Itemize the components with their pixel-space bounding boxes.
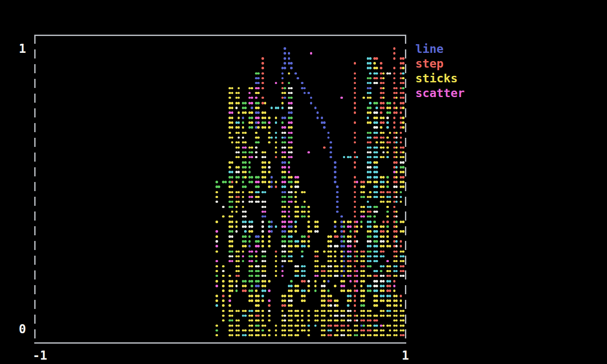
plot-dot xyxy=(284,206,286,208)
plot-dot xyxy=(317,255,319,258)
plot-dot xyxy=(281,107,284,109)
plot-dot xyxy=(290,62,293,65)
plot-dot xyxy=(228,126,231,129)
plot-dot xyxy=(231,285,234,287)
plot-dot xyxy=(323,289,326,292)
plot-dot xyxy=(334,225,336,228)
plot-dot xyxy=(307,315,310,317)
plot-dot xyxy=(389,315,392,317)
plot-dot xyxy=(393,52,396,55)
plot-dot xyxy=(231,176,234,179)
plot-dot xyxy=(215,235,218,238)
plot-dot xyxy=(349,255,352,258)
plot-dot xyxy=(255,260,258,263)
plot-dot xyxy=(354,196,356,198)
plot-dot xyxy=(261,206,264,208)
plot-dot xyxy=(301,235,304,238)
plot-dot xyxy=(255,97,258,99)
plot-dot xyxy=(395,166,398,169)
plot-dot xyxy=(343,265,346,268)
plot-dot xyxy=(261,121,264,124)
plot-dot xyxy=(268,329,271,332)
plot-dot xyxy=(284,136,286,139)
plot-dot xyxy=(336,315,339,317)
plot-dot xyxy=(281,270,284,273)
plot-dot xyxy=(235,225,238,228)
plot-dot xyxy=(367,201,369,203)
plot-dot xyxy=(244,289,247,292)
plot-dot xyxy=(268,289,271,292)
plot-dot xyxy=(284,92,286,94)
plot-dot xyxy=(297,181,299,183)
plot-dot xyxy=(349,295,352,297)
plot-dot xyxy=(389,289,392,292)
plot-dot xyxy=(395,107,398,109)
plot-dot xyxy=(380,77,382,80)
plot-dot xyxy=(395,161,398,164)
plot-dot xyxy=(304,87,306,90)
plot-dot xyxy=(330,299,332,302)
plot-dot xyxy=(386,215,389,218)
plot-dot xyxy=(380,72,382,75)
plot-dot xyxy=(268,121,271,124)
plot-dot xyxy=(327,136,330,139)
plot-dot xyxy=(402,146,405,149)
plot-dot xyxy=(231,319,234,322)
plot-dot xyxy=(389,102,392,104)
plot-dot xyxy=(228,260,231,263)
plot-dot xyxy=(301,82,304,84)
plot-dot xyxy=(349,250,352,253)
plot-dot xyxy=(354,161,356,164)
plot-dot xyxy=(231,126,234,129)
plot-dot xyxy=(369,334,372,337)
plot-dot xyxy=(393,126,396,129)
plot-dot xyxy=(264,201,267,203)
plot-dot xyxy=(251,156,253,159)
plot-dot xyxy=(242,121,245,124)
plot-dot xyxy=(375,245,378,247)
plot-dot xyxy=(288,72,290,75)
plot-dot xyxy=(215,275,218,277)
plot-dot xyxy=(235,181,238,183)
plot-dot xyxy=(264,166,267,169)
plot-dot xyxy=(251,201,253,203)
plot-dot xyxy=(294,72,297,75)
plot-dot xyxy=(231,255,234,258)
plot-dot xyxy=(343,334,346,337)
plot-dot xyxy=(380,196,382,198)
plot-dot xyxy=(375,304,378,307)
plot-dot xyxy=(343,289,346,292)
plot-dot xyxy=(238,121,240,124)
plot-dot xyxy=(380,185,382,188)
plot-dot xyxy=(369,102,372,104)
plot-dot xyxy=(251,151,253,154)
plot-dot xyxy=(307,215,310,218)
plot-dot xyxy=(375,77,378,80)
plot-dot xyxy=(257,240,260,243)
plot-dot xyxy=(261,77,264,80)
plot-dot xyxy=(382,299,385,302)
plot-dot xyxy=(395,221,398,223)
plot-dot xyxy=(268,117,271,119)
plot-dot xyxy=(386,235,389,238)
plot-dot xyxy=(264,211,267,213)
plot-dot xyxy=(238,171,240,173)
plot-dot xyxy=(369,87,372,90)
plot-dot xyxy=(290,280,293,283)
plot-dot xyxy=(375,280,378,283)
plot-dot xyxy=(354,265,356,268)
plot-dot xyxy=(242,136,245,139)
plot-dot xyxy=(395,141,398,144)
plot-dot xyxy=(294,191,297,194)
plot-dot xyxy=(261,240,264,243)
plot-dot xyxy=(215,270,218,273)
plot-dot xyxy=(330,235,332,238)
plot-dot xyxy=(389,132,392,134)
plot-dot xyxy=(238,117,240,119)
plot-dot xyxy=(290,97,293,99)
plot-dot xyxy=(369,92,372,94)
plot-dot xyxy=(375,117,378,119)
plot-dot xyxy=(330,319,332,322)
plot-dot xyxy=(244,310,247,312)
plot-dot xyxy=(382,97,385,99)
